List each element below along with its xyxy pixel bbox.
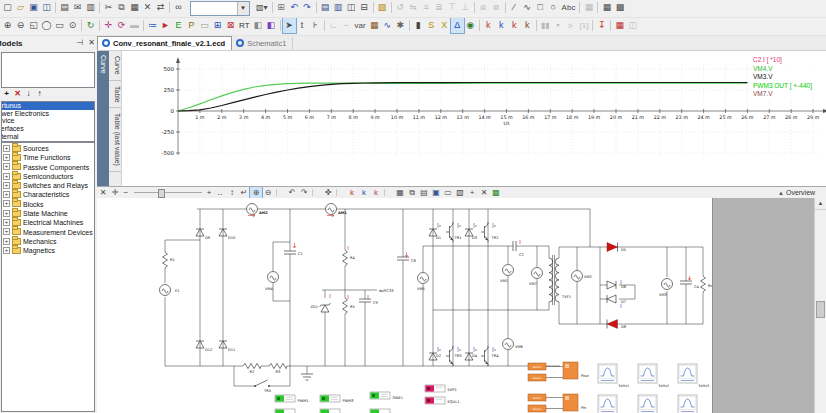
expand-icon[interactable]: +	[3, 145, 10, 152]
node-add[interactable]: ⊦	[309, 18, 322, 33]
ungroup[interactable]: ⧇	[490, 0, 503, 15]
tree-item[interactable]: +Mechanics	[2, 236, 94, 245]
stop[interactable]: ▪	[551, 18, 564, 33]
expand-icon[interactable]: +	[3, 247, 10, 254]
probe-current[interactable]: k	[482, 18, 495, 33]
copy[interactable]: ⧉	[115, 0, 128, 15]
tree-item[interactable]: +Magnetics	[2, 245, 94, 254]
new-file[interactable]: ▢	[1, 0, 14, 15]
schematic-scrollbar[interactable]: ▲	[814, 198, 826, 413]
align-left[interactable]: ≡	[420, 0, 433, 15]
sheet-red[interactable]: ⊠	[224, 18, 237, 33]
new-sheet[interactable]: ▤	[319, 0, 332, 15]
expand-icon[interactable]: +	[3, 163, 10, 170]
library-item[interactable]: Interfaces	[2, 125, 94, 133]
tree-item[interactable]: +Semiconductors	[2, 171, 94, 180]
settings-gear[interactable]: ✱	[394, 18, 407, 33]
web-globe[interactable]: ◉	[464, 18, 477, 33]
library-item[interactable]: Device	[2, 117, 94, 125]
refresh[interactable]: ↻	[84, 18, 97, 33]
schematic-page[interactable]: E1 R1 D9 D10 D12 D11 AM2 AM1 C1 VM4 R4 Z…	[97, 198, 713, 413]
probe-blue[interactable]: k	[358, 187, 370, 198]
export-image[interactable]: ▧▾	[254, 0, 270, 15]
legend-entry[interactable]: VM7.V	[753, 90, 823, 99]
move-up[interactable]: ↑	[34, 88, 45, 99]
expand-icon[interactable]: +	[3, 228, 10, 235]
curve-view-tab[interactable]: Table	[109, 81, 121, 109]
compare-view[interactable]: ◫	[626, 18, 639, 33]
tile-horizontal[interactable]: ◫	[345, 0, 358, 15]
zoom-box[interactable]: ⊕	[250, 187, 262, 198]
close-icon[interactable]: ✕	[88, 38, 95, 47]
monitor-b[interactable]: ◧	[265, 18, 278, 33]
legend-entry[interactable]: PWM3 OUT [ +-440]	[753, 82, 823, 91]
draw-curve[interactable]: ∿	[521, 0, 534, 15]
print[interactable]: ▤	[58, 0, 71, 15]
tree-item[interactable]: +Time Functions	[2, 152, 94, 161]
scroll-up-icon[interactable]: ▲	[815, 198, 826, 210]
image-tool[interactable]: ▩	[490, 187, 502, 198]
zoom-out[interactable]: ⊖	[14, 18, 27, 33]
zoom-page[interactable]: ▭	[53, 18, 66, 33]
variable-button[interactable]: var	[353, 18, 368, 33]
remove-item[interactable]: ✕	[478, 187, 490, 198]
swap[interactable]: ⇄	[154, 0, 167, 15]
component-name-combobox[interactable]: ▾	[190, 1, 250, 16]
count-display[interactable]: [1]	[577, 18, 590, 33]
expand-icon[interactable]: +	[3, 173, 10, 180]
zoom-lens[interactable]: ⊖	[262, 187, 274, 198]
curve-chart[interactable]: 1 m2 m3 m4 m5 m6 m7 m8 m9 m10 m11 m12 m1…	[122, 51, 826, 186]
add-model[interactable]: +	[1, 88, 12, 99]
tile-vertical[interactable]: ⊟	[358, 0, 371, 15]
probe-pink[interactable]: k	[370, 187, 382, 198]
pause[interactable]: ▮▮	[539, 18, 552, 33]
zoom-slider[interactable]: − +	[124, 187, 212, 198]
draw-text[interactable]: Abc	[560, 0, 578, 15]
align-top[interactable]: ⊤	[446, 0, 459, 15]
send-mail[interactable]: ✉	[71, 0, 84, 15]
expand-icon[interactable]: +	[3, 182, 10, 189]
draw-line[interactable]: ∕	[508, 0, 521, 15]
zoom-out-button[interactable]: −	[124, 187, 129, 198]
expand-icon[interactable]: +	[3, 200, 10, 207]
expand-icon[interactable]: +	[3, 191, 10, 198]
sheet-blue[interactable]: ⊞	[211, 18, 224, 33]
notebook[interactable]: ▨	[376, 0, 389, 15]
legend-entry[interactable]: C2.I [ *10]	[753, 56, 823, 65]
delete[interactable]: ✕	[141, 0, 154, 15]
save-plot[interactable]: ▣	[430, 187, 442, 198]
zoom-slider-track[interactable]	[134, 192, 202, 193]
component-source-2[interactable]: Source	[528, 374, 546, 381]
model-list[interactable]: ≔	[146, 18, 159, 33]
cut[interactable]: ✂	[102, 0, 115, 15]
library-item[interactable]: Portunus	[2, 102, 94, 110]
legend-entry[interactable]: VM3.V	[753, 73, 823, 82]
block-tool[interactable]: ▬	[128, 18, 141, 33]
fit-height[interactable]: ↕	[226, 187, 238, 198]
zoom-all[interactable]: ◯	[40, 18, 53, 33]
curve-panel-tab[interactable]: Curve	[97, 51, 109, 186]
dash-tool[interactable]: −	[340, 18, 353, 33]
legend-entry[interactable]: VM4.V	[753, 65, 823, 74]
copy-plot[interactable]: ⧉	[406, 187, 418, 198]
tree-item[interactable]: +Switches and Relays	[2, 180, 94, 189]
align-bottom[interactable]: ⊥	[459, 0, 472, 15]
monitor-a[interactable]: ◧	[252, 18, 265, 33]
probe-power[interactable]: k	[508, 18, 521, 33]
grid-snap[interactable]: ▩	[613, 0, 626, 15]
text-cursor[interactable]: t	[296, 18, 309, 33]
tree-item[interactable]: +Characteristics	[2, 189, 94, 198]
chevron-down-icon[interactable]: ▾	[237, 2, 249, 15]
paste[interactable]: ▦	[128, 0, 141, 15]
remove-model[interactable]: ✕	[12, 88, 23, 99]
save-all[interactable]: ◫	[40, 0, 53, 15]
display-panel[interactable]: ▦	[368, 18, 381, 33]
library-e[interactable]: E	[172, 18, 185, 33]
probe-red[interactable]: k	[346, 187, 358, 198]
print-preview[interactable]: ▥	[84, 0, 97, 15]
rotate-left[interactable]: ↺	[394, 0, 407, 15]
pin-icon[interactable]: ⊣	[76, 38, 83, 47]
align-middle[interactable]: ≣	[433, 0, 446, 15]
save[interactable]: ▣	[27, 0, 40, 15]
find[interactable]: ∞	[172, 0, 185, 15]
